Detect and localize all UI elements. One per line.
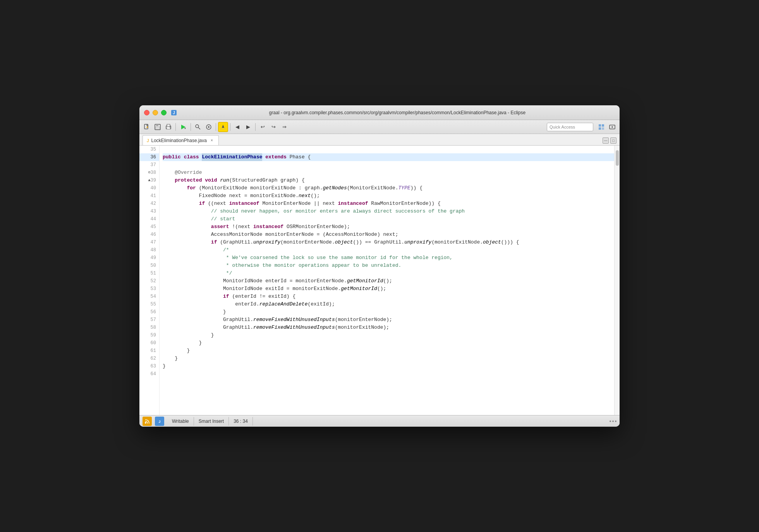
tabbar: J LockEliminationPhase.java × — □: [139, 134, 620, 146]
line-35: [163, 146, 614, 153]
minimize-editor-btn[interactable]: —: [603, 137, 609, 144]
maximize-editor-btn[interactable]: □: [610, 137, 616, 144]
line-60: }: [163, 339, 614, 347]
dot1: [610, 420, 611, 422]
svg-rect-6: [156, 124, 158, 126]
save-button[interactable]: [153, 122, 163, 132]
code-content[interactable]: public class LockEliminationPhase extend…: [160, 146, 614, 415]
svg-line-15: [198, 127, 200, 129]
nav-btn[interactable]: ⇒: [279, 122, 289, 132]
highlight-btn[interactable]: [218, 122, 228, 132]
rss-icon[interactable]: [143, 417, 152, 426]
line-37: [163, 161, 614, 169]
gutter-39: ▲39: [139, 177, 159, 184]
line-55: enterId.replaceAndDelete(exitId);: [163, 300, 614, 308]
line-56: }: [163, 308, 614, 316]
line-52: MonitorIdNode enterId = monitorEnterNode…: [163, 277, 614, 285]
run-button[interactable]: ▾: [178, 122, 189, 132]
maximize-button[interactable]: [161, 110, 167, 115]
forward-btn[interactable]: ↪: [268, 122, 278, 132]
separator4: [230, 123, 230, 131]
separator3: [216, 123, 216, 131]
editor-area: 35 36 37 ⊖38 ▲39 40 41 42 43 44 45 46 47…: [139, 146, 620, 415]
line-57: GraphUtil.removeFixedWithUnusedInputs(mo…: [163, 316, 614, 324]
line-53: MonitorIdNode exitId = monitorExitNode.g…: [163, 285, 614, 293]
gutter-48: 48: [139, 246, 159, 254]
tab-close-button[interactable]: ×: [209, 138, 215, 143]
titlebar: J graal - org.graalvm.compiler.phases.co…: [139, 105, 620, 120]
line-64: [163, 370, 614, 378]
line-39: protected void run(StructuredGraph graph…: [163, 177, 614, 184]
svg-point-26: [145, 422, 146, 424]
next-btn[interactable]: ▶: [243, 122, 253, 132]
scrollbar-thumb[interactable]: [616, 150, 619, 166]
vertical-scrollbar[interactable]: [614, 146, 620, 415]
svg-text:J: J: [173, 111, 175, 115]
svg-point-14: [196, 125, 199, 128]
gutter-62: 62: [139, 355, 159, 362]
debug-btn[interactable]: [204, 122, 214, 132]
line-54: if (enterId != exitId) {: [163, 293, 614, 300]
traffic-lights: [144, 110, 167, 115]
line-47: if (GraphUtil.unproxify(monitorEnterNode…: [163, 239, 614, 246]
close-button[interactable]: [144, 110, 149, 115]
dot3: [615, 420, 616, 422]
svg-point-17: [208, 126, 209, 128]
print-button[interactable]: [163, 122, 173, 132]
gutter-60: 60: [139, 339, 159, 347]
file-tab[interactable]: J LockEliminationPhase.java ×: [143, 135, 219, 145]
perspective-btn[interactable]: [596, 122, 606, 132]
separator2: [191, 123, 191, 131]
svg-point-11: [170, 127, 170, 127]
gutter-58: 58: [139, 324, 159, 331]
svg-rect-10: [167, 127, 170, 129]
line-48: /*: [163, 246, 614, 254]
insert-mode-status: Smart Insert: [194, 417, 229, 426]
search-btn[interactable]: [193, 122, 203, 132]
toolbar: ▾ ◀ ▶ ↩ ↪ ⇒ Quick Access: [139, 120, 620, 134]
back-btn[interactable]: ↩: [258, 122, 268, 132]
gutter-46: 46: [139, 231, 159, 239]
quick-access-input[interactable]: Quick Access: [547, 123, 593, 131]
gutter-56: 56: [139, 308, 159, 316]
gutter-36: 36: [139, 153, 159, 161]
gutter-63: 63: [139, 362, 159, 370]
line-41: FixedNode next = monitorExitNode.next();: [163, 192, 614, 200]
line-43: // should never happen, osr monitor ente…: [163, 208, 614, 215]
line-59: }: [163, 331, 614, 339]
gutter-50: 50: [139, 262, 159, 269]
gutter-61: 61: [139, 347, 159, 355]
separator: [175, 123, 176, 131]
prev-btn[interactable]: ◀: [232, 122, 242, 132]
app-icon: J: [170, 109, 177, 116]
status-java-icon: J: [155, 417, 164, 426]
svg-rect-7: [156, 127, 160, 129]
line-42: if ((next instanceof MonitorEnterNode ||…: [163, 200, 614, 208]
dot2: [612, 420, 614, 422]
gutter-42: 42: [139, 200, 159, 208]
gutter-49: 49: [139, 254, 159, 262]
line-44: // start: [163, 215, 614, 223]
status-menu[interactable]: [610, 420, 616, 422]
gutter-52: 52: [139, 277, 159, 285]
gutter-37: 37: [139, 161, 159, 169]
window-title: graal - org.graalvm.compiler.phases.comm…: [180, 110, 615, 115]
java-file-icon: J: [147, 138, 149, 143]
gutter-43: 43: [139, 208, 159, 215]
gutter-45: 45: [139, 223, 159, 231]
statusbar: J Writable Smart Insert 36 : 34: [139, 415, 620, 427]
gutter-55: 55: [139, 300, 159, 308]
new-button[interactable]: [142, 122, 152, 132]
gutter-38: ⊖38: [139, 169, 159, 177]
line-62: }: [163, 355, 614, 362]
tab-label: LockEliminationPhase.java: [151, 138, 207, 143]
tab-window-controls: — □: [603, 137, 616, 145]
open-perspective-btn[interactable]: [607, 122, 617, 132]
minimize-button[interactable]: [153, 110, 158, 115]
line-61: }: [163, 347, 614, 355]
svg-rect-19: [599, 124, 601, 127]
svg-text:J: J: [158, 420, 160, 424]
svg-rect-20: [602, 124, 604, 127]
line-46: AccessMonitorNode monitorEnterNode = (Ac…: [163, 231, 614, 239]
line-36: public class LockEliminationPhase extend…: [163, 153, 614, 161]
